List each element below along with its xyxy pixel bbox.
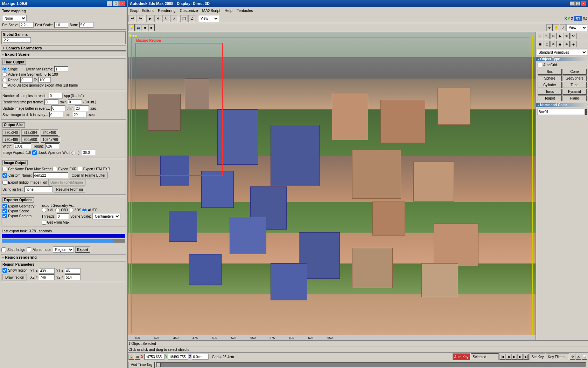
set-key-btn[interactable]: Set Key <box>530 353 545 360</box>
cmd-hierarchy-btn[interactable]: ⚙ <box>550 33 556 39</box>
tb-mat-btn[interactable]: ◆ <box>142 24 148 31</box>
render-time-sec[interactable] <box>68 99 82 105</box>
tb-move-btn[interactable]: ✥ <box>154 15 162 22</box>
viewport-select[interactable]: View <box>198 15 219 22</box>
export-scene2-check[interactable] <box>2 209 7 213</box>
update-min-input[interactable] <box>51 105 65 111</box>
num-samples-input[interactable] <box>49 93 63 98</box>
sub-camera-btn[interactable]: ◉ <box>557 41 563 47</box>
draw-region-btn[interactable]: Draw region <box>2 274 27 280</box>
torus-btn[interactable]: Torus <box>538 89 562 95</box>
export-scene-header[interactable]: - Export Scene <box>1 52 126 57</box>
sub-helper-btn[interactable]: ⊕ <box>564 41 570 47</box>
show-region-check[interactable] <box>2 268 7 273</box>
tb-light-btn[interactable]: 💡 <box>128 24 135 31</box>
export-camera-check[interactable] <box>2 214 7 218</box>
render-time-min[interactable] <box>44 99 58 105</box>
axis-xy-btn[interactable]: XY <box>574 16 582 21</box>
obj-radio[interactable] <box>55 208 60 212</box>
res-512x384-btn[interactable]: 512x384 <box>21 129 39 136</box>
tb-zoom-btn[interactable]: ⊕ <box>546 24 553 31</box>
max-min-btn[interactable]: _ <box>570 1 575 6</box>
export-indigo-check[interactable] <box>2 180 7 185</box>
extra-btn3[interactable]: 📊 <box>582 354 587 360</box>
tb-redo-btn[interactable]: ↪ <box>136 15 144 22</box>
box-btn[interactable]: Box <box>538 69 562 75</box>
range-to-input[interactable] <box>38 77 51 83</box>
menu-rendering[interactable]: Rendering <box>156 8 178 13</box>
cmd-utilities-btn[interactable]: ⚒ <box>570 33 576 39</box>
igi-input[interactable] <box>24 186 52 192</box>
anim-prev-frame-btn[interactable]: ◀ <box>505 354 511 360</box>
open-tone-mapper-btn[interactable]: Open In ToneMapper <box>48 179 85 185</box>
x2-input[interactable] <box>39 274 55 280</box>
plane-btn[interactable]: Plane <box>562 95 587 101</box>
camera-params-header[interactable]: + Camera Parameters <box>1 45 126 51</box>
close-button[interactable]: × <box>119 1 125 6</box>
sub-space-btn[interactable]: ◈ <box>570 41 576 47</box>
y2-input[interactable] <box>65 274 80 280</box>
post-scale-input[interactable] <box>54 22 68 28</box>
pre-scale-input[interactable] <box>20 22 34 28</box>
add-time-tag-btn[interactable]: Add Time Tag <box>128 362 155 368</box>
color-swatch[interactable] <box>585 109 587 115</box>
object-type-header[interactable]: - Object Type <box>536 57 588 61</box>
tb-orbit-btn[interactable]: ↺ <box>560 24 566 31</box>
autogrid-check[interactable] <box>538 63 542 67</box>
sphere-btn[interactable]: Sphere <box>538 75 562 81</box>
axis-y-btn[interactable]: Y <box>568 16 570 21</box>
region-rendering-header[interactable]: - Region rendering <box>1 254 126 260</box>
tone-none-select[interactable]: None <box>2 15 27 21</box>
axis-x-btn[interactable]: X <box>564 16 567 21</box>
name-color-header[interactable]: - Name and Color <box>536 103 588 107</box>
tb-cam-btn[interactable]: 📷 <box>135 24 141 31</box>
tb-undo-btn[interactable]: ↩ <box>128 15 136 22</box>
global-gamma-input[interactable] <box>3 37 31 43</box>
cylinder-btn[interactable]: Cylinder <box>538 82 562 88</box>
lock-icon-btn[interactable]: 🔒 <box>128 354 134 360</box>
std-prim-select[interactable]: Standard Primitives <box>537 49 587 55</box>
coord-x-input[interactable] <box>144 354 164 360</box>
cmd-modify-btn[interactable]: 🔧 <box>544 33 550 39</box>
axis-z-btn[interactable]: Z <box>571 16 573 21</box>
tb-snap-btn[interactable]: 🔲 <box>180 15 188 22</box>
cmd-display-btn[interactable]: 👁 <box>564 33 570 39</box>
key-filters-btn[interactable]: Key Filters... <box>546 353 569 360</box>
view-select2[interactable]: View <box>566 24 587 31</box>
start-indigo-check[interactable] <box>1 247 6 252</box>
cmd-create-btn[interactable]: ✦ <box>537 33 543 39</box>
custom-name-check[interactable] <box>2 173 7 178</box>
coord-z-input[interactable] <box>192 354 209 360</box>
geosphere-btn[interactable]: GeoSphere <box>562 75 587 81</box>
update-sec-input[interactable] <box>75 105 89 111</box>
anim-play-btn[interactable]: ▶ <box>511 354 517 360</box>
menu-graph-editors[interactable]: Graph Editors <box>128 8 156 13</box>
xml-radio[interactable] <box>42 208 46 212</box>
menu-help[interactable]: Help <box>223 8 235 13</box>
tube-btn[interactable]: Tube <box>562 82 587 88</box>
max-button[interactable]: □ <box>113 1 119 6</box>
menu-customize[interactable]: Customize <box>178 8 200 13</box>
coord-y-input[interactable] <box>168 354 188 360</box>
tb-scale-btn[interactable]: ⤢ <box>170 15 178 22</box>
min-button[interactable]: _ <box>107 1 112 6</box>
sub-shape-btn[interactable]: ◻ <box>544 41 550 47</box>
tb-anim-btn[interactable]: ▶ <box>148 24 155 31</box>
keyframe-area[interactable] <box>156 362 586 367</box>
open-frame-buffer-btn[interactable]: Open In Frame Buffer <box>70 172 108 178</box>
get-name-check[interactable] <box>2 167 7 171</box>
extra-btn1[interactable]: ⚙ <box>570 354 575 360</box>
active-time-radio[interactable] <box>2 72 7 77</box>
teapot-btn[interactable]: Teapot <box>538 95 562 101</box>
resume-igi-btn[interactable]: Resume From igi <box>54 186 85 192</box>
scene-scale-select[interactable]: Centimeters <box>92 213 120 219</box>
export-geometry-check[interactable] <box>2 204 7 209</box>
time-handle[interactable] <box>156 363 161 367</box>
export-utm-check[interactable] <box>78 167 82 171</box>
res-320x240-btn[interactable]: 320x240 <box>2 129 20 136</box>
custom-name-input[interactable] <box>33 172 68 178</box>
x1-input[interactable] <box>39 268 55 274</box>
every-nth-input[interactable] <box>54 66 68 72</box>
burn-input[interactable] <box>79 22 93 28</box>
grid-icon-btn[interactable]: ⊞ <box>135 354 140 360</box>
